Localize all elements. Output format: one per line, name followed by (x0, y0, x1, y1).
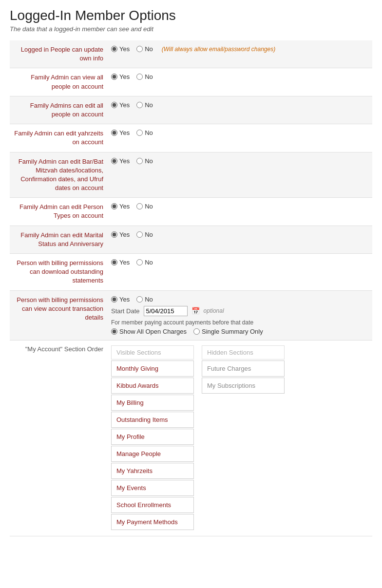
yes-radio-billing-view[interactable] (111, 296, 117, 303)
page-subtitle: The data that a logged-in member can see… (10, 25, 372, 33)
visible-section-item-6[interactable]: My Yahrzeits (111, 463, 194, 479)
visible-section-item-2[interactable]: My Billing (111, 395, 194, 411)
charges-radio-show-all[interactable] (111, 328, 117, 335)
control-family-admin-persontypes: YesNo (107, 198, 372, 226)
control-family-admins-edit: YesNo (107, 96, 372, 124)
yes-option-family-admin-marital[interactable]: Yes (111, 231, 130, 238)
yes-label-family-admin-view: Yes (119, 73, 130, 80)
control-family-admin-view: YesNo (107, 68, 372, 96)
no-label-family-admin-marital: No (145, 231, 153, 238)
hidden-sections-header: Hidden Sections (202, 345, 285, 360)
yes-radio-family-admin-persontypes[interactable] (111, 203, 117, 209)
yes-option-update-own-info[interactable]: Yes (111, 45, 130, 53)
charges-radio-single-summary[interactable] (193, 328, 200, 335)
radio-group-family-admin-persontypes: YesNo (111, 203, 368, 210)
no-radio-family-admin-barmitzvah[interactable] (136, 158, 143, 164)
no-label-billing-view: No (145, 296, 153, 303)
no-option-update-own-info[interactable]: No (136, 45, 153, 53)
no-radio-family-admin-view[interactable] (136, 74, 143, 80)
no-radio-billing-download[interactable] (136, 259, 143, 266)
control-family-admin-barmitzvah: YesNo (107, 152, 372, 198)
yes-radio-family-admin-yahrzeits[interactable] (111, 130, 117, 136)
label-billing-view: Person with billing permissions can view… (10, 290, 107, 340)
yes-option-billing-view[interactable]: Yes (111, 296, 130, 303)
no-label-family-admin-barmitzvah: No (145, 157, 153, 165)
visible-section-item-3[interactable]: Outstanding Items (111, 412, 194, 428)
no-radio-family-admin-yahrzeits[interactable] (136, 130, 143, 136)
yes-option-family-admin-barmitzvah[interactable]: Yes (111, 157, 130, 165)
settings-row-family-admin-view: Family Admin can view all people on acco… (10, 68, 372, 96)
section-order-control: Visible SectionsMonthly GivingKibbud Awa… (107, 340, 372, 536)
label-family-admin-persontypes: Family Admin can edit Person Types on ac… (10, 198, 107, 226)
settings-table: Logged in People can update own infoYesN… (10, 40, 372, 536)
yes-option-billing-download[interactable]: Yes (111, 259, 130, 266)
control-billing-view: YesNoStart Date📅optionalFor member payin… (107, 290, 372, 340)
charges-option-single-summary[interactable]: Single Summary Only (193, 328, 263, 335)
no-radio-update-own-info[interactable] (136, 46, 143, 52)
no-option-billing-view[interactable]: No (136, 296, 153, 303)
visible-section-item-1[interactable]: Kibbud Awards (111, 378, 194, 394)
no-option-family-admin-marital[interactable]: No (136, 231, 153, 238)
visible-section-item-0[interactable]: Monthly Giving (111, 360, 194, 377)
no-radio-billing-view[interactable] (136, 296, 143, 303)
hidden-section-item-0[interactable]: Future Charges (202, 360, 285, 377)
yes-option-family-admin-yahrzeits[interactable]: Yes (111, 129, 130, 136)
visible-section-item-8[interactable]: School Enrollments (111, 497, 194, 513)
settings-row-family-admin-marital: Family Admin can edit Marital Status and… (10, 226, 372, 253)
label-update-own-info: Logged in People can update own info (10, 40, 107, 68)
no-option-billing-download[interactable]: No (136, 259, 153, 266)
visible-section-item-5[interactable]: Manage People (111, 446, 194, 462)
settings-row-billing-view: Person with billing permissions can view… (10, 290, 372, 340)
no-radio-family-admin-marital[interactable] (136, 231, 143, 238)
label-family-admins-edit: Family Admins can edit all people on acc… (10, 96, 107, 124)
no-option-family-admin-view[interactable]: No (136, 73, 153, 80)
yes-label-family-admin-yahrzeits: Yes (119, 129, 130, 136)
page-container: Logged-In Member Options The data that a… (0, 0, 382, 544)
radio-group-family-admin-view: YesNo (111, 73, 368, 80)
yes-radio-family-admin-barmitzvah[interactable] (111, 158, 117, 164)
no-radio-family-admins-edit[interactable] (136, 102, 143, 108)
yes-label-family-admin-marital: Yes (119, 231, 130, 238)
no-option-family-admin-yahrzeits[interactable]: No (136, 129, 153, 136)
visible-section-item-4[interactable]: My Profile (111, 429, 194, 445)
radio-group-update-own-info: YesNo(Will always allow email/password c… (111, 45, 368, 53)
label-family-admin-marital: Family Admin can edit Marital Status and… (10, 226, 107, 253)
start-date-input[interactable] (144, 306, 188, 316)
yes-radio-family-admins-edit[interactable] (111, 102, 117, 108)
no-option-family-admins-edit[interactable]: No (136, 101, 153, 109)
radio-group-family-admin-barmitzvah: YesNo (111, 157, 368, 165)
charges-option-show-all[interactable]: Show All Open Charges (111, 328, 187, 335)
radio-group-family-admins-edit: YesNo (111, 101, 368, 109)
yes-option-family-admins-edit[interactable]: Yes (111, 101, 130, 109)
yes-radio-update-own-info[interactable] (111, 46, 117, 52)
start-date-label: Start Date (111, 307, 140, 315)
radio-group-family-admin-marital: YesNo (111, 231, 368, 238)
label-family-admin-barmitzvah: Family Admin can edit Bar/Bat Mitzvah da… (10, 152, 107, 198)
charges-label-show-all: Show All Open Charges (119, 328, 187, 335)
control-update-own-info: YesNo(Will always allow email/password c… (107, 40, 372, 68)
yes-radio-family-admin-view[interactable] (111, 74, 117, 80)
radio-group-billing-view: YesNo (111, 296, 368, 303)
yes-option-family-admin-persontypes[interactable]: Yes (111, 203, 130, 210)
start-date-row: Start Date📅optional (111, 306, 368, 316)
visible-section-item-7[interactable]: My Events (111, 480, 194, 496)
no-label-family-admin-yahrzeits: No (145, 129, 153, 136)
no-option-family-admin-barmitzvah[interactable]: No (136, 157, 153, 165)
hidden-section-item-1[interactable]: My Subscriptions (202, 378, 285, 394)
yes-label-family-admin-persontypes: Yes (119, 203, 130, 210)
no-radio-family-admin-persontypes[interactable] (136, 203, 143, 209)
yes-radio-billing-download[interactable] (111, 259, 117, 266)
yes-radio-family-admin-marital[interactable] (111, 231, 117, 238)
charges-label-single-summary: Single Summary Only (202, 328, 263, 335)
no-option-family-admin-persontypes[interactable]: No (136, 203, 153, 210)
yes-label-family-admins-edit: Yes (119, 101, 130, 109)
calendar-icon: 📅 (191, 307, 200, 315)
radio-group-family-admin-yahrzeits: YesNo (111, 129, 368, 136)
optional-label: optional (204, 307, 224, 314)
yes-option-family-admin-view[interactable]: Yes (111, 73, 130, 80)
visible-section-item-9[interactable]: My Payment Methods (111, 514, 194, 530)
settings-row-family-admin-persontypes: Family Admin can edit Person Types on ac… (10, 198, 372, 226)
settings-row-update-own-info: Logged in People can update own infoYesN… (10, 40, 372, 68)
page-title: Logged-In Member Options (10, 8, 372, 23)
control-billing-download: YesNo (107, 254, 372, 291)
